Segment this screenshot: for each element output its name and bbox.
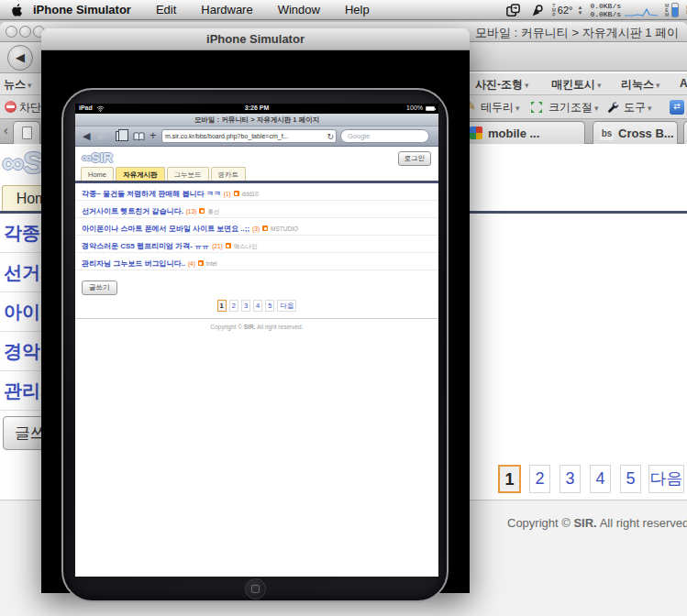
bookmarks-icon[interactable] — [133, 132, 145, 141]
page-5[interactable]: 5 — [265, 300, 274, 312]
close-button[interactable] — [6, 26, 17, 38]
copyright-text: Copyright © SIR. All right reserved. — [507, 516, 687, 530]
tab-mobile[interactable]: mobile ... — [462, 121, 585, 144]
memory-gauge[interactable] — [671, 3, 679, 17]
window-switch-icon[interactable] — [505, 3, 521, 18]
home-button[interactable] — [245, 578, 266, 600]
reload-icon[interactable]: ↻ — [327, 130, 334, 143]
bs-favicon: bs — [600, 126, 614, 140]
sync-icon[interactable]: ⇄ — [670, 100, 684, 115]
memory-label: MEM — [664, 4, 670, 17]
page-5[interactable]: 5 — [620, 465, 641, 493]
tab-free-board[interactable]: 자유게시판 — [116, 167, 165, 182]
copyright-text: Copyright © SIR. All right reserved. — [75, 324, 438, 330]
browser-back-button[interactable]: ◀ — [7, 45, 33, 71]
bookmark-linux[interactable]: 리눅스▾ — [621, 77, 660, 93]
ink-pen-icon[interactable] — [529, 3, 545, 18]
comment-count: (1) — [224, 191, 231, 197]
tab-youngcart[interactable]: 영카트 — [211, 167, 247, 182]
network-speed[interactable]: 0.0KB/s 0.0KB/s — [590, 2, 621, 18]
chevron-down-icon: ▾ — [28, 81, 32, 90]
simulator-title-bar[interactable]: iPhone Simulator — [41, 28, 470, 50]
block-icon[interactable] — [5, 101, 17, 113]
page-1-current[interactable]: 1 — [498, 465, 521, 493]
block-label[interactable]: 차단 — [19, 100, 41, 116]
status-time: 3:26 PM — [75, 104, 438, 111]
desktop: iPhone Simulator Edit Hardware Window He… — [0, 0, 687, 616]
post-row[interactable]: 관리자님 그누보드 버그입니다..(4)intel — [75, 253, 438, 270]
temp-value[interactable]: 62° — [558, 5, 573, 16]
simulator-body: iPad 3:26 PM 100% 모바일 : 커뮤니티 > 자유게시판 1 페… — [41, 50, 470, 593]
bookmark-a[interactable]: A — [680, 77, 687, 90]
menu-app-name[interactable]: iPhone Simulator — [33, 3, 131, 16]
add-icon[interactable]: + — [150, 128, 157, 142]
bookmark-news[interactable]: 뉴스▾ — [4, 77, 32, 93]
menu-window[interactable]: Window — [278, 3, 320, 16]
border-tool[interactable]: 테두리▾ — [481, 100, 520, 116]
net-up-value: 0.0KB/s — [590, 2, 621, 10]
post-title-link[interactable]: 경악스러운 CS5 웹프리미엄 가격- ㅠㅠ — [82, 242, 209, 250]
tab-scroll-left-icon[interactable]: ‹ — [4, 122, 8, 138]
sir-logo[interactable]: ∞SIR — [82, 149, 113, 165]
page-4[interactable]: 4 — [590, 465, 611, 493]
post-title-link[interactable]: 아이폰이나 스마트 폰에서 모바일 사이트 보면요 ..;; — [82, 225, 249, 233]
board-tabs: Home 자유게시판 그누보드 영카트 — [81, 167, 246, 182]
bookmark-photo[interactable]: 사진-조형▾ — [475, 77, 529, 93]
net-down-value: 0.0KB/s — [590, 10, 621, 18]
search-input[interactable] — [340, 129, 429, 143]
post-row[interactable]: 각종~ 물건들 저렴하게 판매해 봅니다 ㅋㅋ(1)ddd10 — [75, 183, 438, 201]
temp-label: TMP — [551, 4, 557, 17]
scroll-down-icon: ▼ — [577, 10, 582, 16]
page-2[interactable]: 2 — [229, 300, 238, 312]
page-next[interactable]: 다음 — [277, 300, 296, 312]
page-3[interactable]: 3 — [241, 300, 250, 312]
page-1-current[interactable]: 1 — [217, 300, 227, 312]
member-icon — [199, 208, 205, 214]
page-next[interactable]: 다음 — [648, 465, 684, 493]
resize-icon[interactable] — [530, 101, 543, 114]
tab-label: Cross B... — [618, 126, 674, 140]
pages-icon[interactable] — [116, 131, 124, 141]
post-row[interactable]: 선거사이트 헷트친거 같습니다.(13)홍선 — [75, 201, 438, 218]
tab-label: mobile ... — [488, 126, 539, 140]
member-icon — [234, 191, 239, 196]
write-button[interactable]: 글쓰기 — [82, 280, 117, 295]
post-title-link[interactable]: 각종~ 물건들 저렴하게 판매해 봅니다 ㅋㅋ — [82, 190, 221, 198]
footer-divider — [75, 318, 438, 319]
safari-toolbar: ◀ ▶ + m.sir.co.kr/bbs/board.php?bo_table… — [75, 126, 438, 147]
post-author: ddd10 — [242, 191, 259, 197]
chevron-down-icon: ▾ — [648, 104, 652, 113]
comment-count: (3) — [252, 226, 260, 232]
back-icon: ◀ — [16, 50, 25, 64]
page-2[interactable]: 2 — [529, 465, 550, 493]
bookmark-macintosh[interactable]: 매킨토시▾ — [551, 77, 602, 93]
comment-count: (13) — [186, 208, 197, 214]
page-3[interactable]: 3 — [560, 465, 581, 493]
apple-icon[interactable] — [11, 3, 24, 17]
resize-tool[interactable]: 크기조절▾ — [548, 100, 599, 116]
menu-edit[interactable]: Edit — [156, 3, 176, 16]
back-icon[interactable]: ◀ — [83, 130, 90, 142]
tab-cross[interactable]: bs Cross B... — [593, 121, 678, 144]
page-4[interactable]: 4 — [253, 300, 262, 312]
network-graph — [625, 4, 658, 17]
tab-gnuboard[interactable]: 그누보드 — [167, 167, 209, 182]
forward-icon[interactable]: ▶ — [98, 130, 105, 142]
wrench-icon[interactable] — [606, 101, 619, 114]
ios-status-bar: iPad 3:26 PM 100% — [75, 104, 438, 114]
menu-status-area: TMP 62° ▲ ▼ 0.0KB/s 0.0KB/s MEM HD — [497, 0, 687, 20]
tab-new[interactable] — [683, 121, 687, 144]
post-row[interactable]: 경악스러운 CS5 웹프리미엄 가격- ㅠㅠ(21)맥스나인 — [75, 236, 438, 253]
post-title-link[interactable]: 선거사이트 헷트친거 같습니다. — [82, 207, 183, 215]
address-field[interactable]: m.sir.co.kr/bbs/board.php?bo_table=cm_f.… — [161, 129, 337, 143]
menu-hardware[interactable]: Hardware — [201, 3, 252, 16]
login-button[interactable]: 로그인 — [398, 151, 432, 166]
tools-tool[interactable]: 도구▾ — [624, 100, 652, 116]
tab-stub[interactable] — [13, 121, 40, 144]
tab-home[interactable]: Home — [81, 167, 114, 182]
post-row[interactable]: 아이폰이나 스마트 폰에서 모바일 사이트 보면요 ..;;(3)MSTUDIO — [75, 218, 438, 236]
menu-help[interactable]: Help — [345, 3, 370, 16]
minimize-button[interactable] — [19, 26, 31, 38]
battery-percent: 100% — [406, 104, 423, 111]
post-title-link[interactable]: 관리자님 그누보드 버그입니다.. — [82, 259, 185, 268]
